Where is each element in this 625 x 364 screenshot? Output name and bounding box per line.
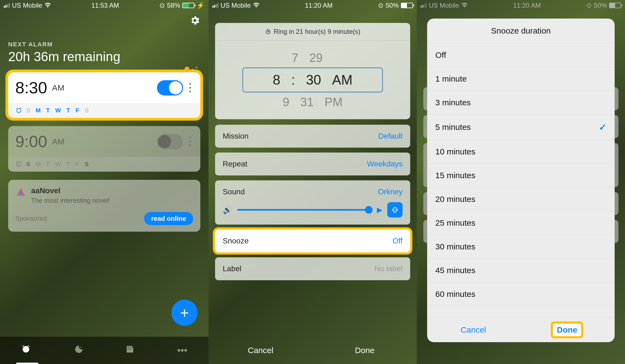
status-time: 11:53 AM xyxy=(91,2,119,9)
svg-rect-2 xyxy=(127,349,132,350)
battery-percent: 58% xyxy=(167,2,180,9)
alarm-toggle-off[interactable] xyxy=(157,134,183,149)
wifi-icon xyxy=(461,2,468,9)
alarm-indicator-icon: ⊙ xyxy=(378,2,383,9)
checkmark-icon: ✓ xyxy=(599,122,606,133)
snooze-duration-modal: Snooze duration Off1 minute3 minutes5 mi… xyxy=(427,19,615,342)
status-time: 11:20 AM xyxy=(305,2,332,9)
sun-icon xyxy=(184,67,189,71)
row-mission[interactable]: MissionDefault xyxy=(215,125,410,148)
wifi-icon xyxy=(44,2,51,9)
svg-rect-1 xyxy=(127,347,132,348)
modal-title: Snooze duration xyxy=(427,19,615,43)
alarm-time: 9:00 xyxy=(15,132,47,151)
status-bar: US Mobile 11:20 AM ⊙ 50% xyxy=(417,0,625,11)
snooze-option[interactable]: 25 minutes xyxy=(427,211,615,235)
snooze-option[interactable]: 45 minutes xyxy=(427,259,615,282)
ad-app-icon xyxy=(15,186,26,197)
carrier-label: US Mobile xyxy=(221,2,251,9)
day-letter: S xyxy=(85,161,90,168)
alarm-card-1[interactable]: 8:30 AM SMTWTFS xyxy=(8,72,200,118)
phone-alarm-edit: US Mobile 11:20 AM ⊙ 50% Ring in 21 hour… xyxy=(209,0,417,364)
snooze-option[interactable]: 30 minutes xyxy=(427,235,615,259)
signal-icon xyxy=(421,3,427,8)
day-letter: W xyxy=(55,107,63,114)
bottom-tab-bar: zz ••• xyxy=(0,337,209,364)
day-letter: T xyxy=(46,161,51,168)
vibrate-button[interactable] xyxy=(387,202,403,217)
alarm-clock-icon xyxy=(15,107,22,114)
ring-in-label: Ring in 21 hour(s) 9 minute(s) xyxy=(215,23,410,41)
wifi-icon xyxy=(253,2,260,9)
tab-sleep-icon[interactable]: zz xyxy=(73,344,83,357)
alarm-days-row: SMTWTFS xyxy=(8,103,200,118)
battery-icon xyxy=(401,3,413,8)
alarm-toggle-on[interactable] xyxy=(157,80,183,96)
next-alarm-label: NEXT ALARM xyxy=(8,41,200,48)
tab-alarm-icon[interactable] xyxy=(21,344,31,357)
more-icon[interactable] xyxy=(187,137,193,146)
more-icon[interactable] xyxy=(187,83,193,93)
tab-more-icon[interactable]: ••• xyxy=(177,345,188,356)
row-sound[interactable]: SoundOrkney 🔊 ▶ xyxy=(215,180,410,225)
carrier-label: US Mobile xyxy=(429,2,459,9)
snooze-option[interactable]: 15 minutes xyxy=(427,164,615,187)
snooze-option[interactable]: 1 minute xyxy=(427,67,615,91)
snooze-option[interactable]: 5 minutes✓ xyxy=(427,115,615,140)
alarm-time: 8:30 xyxy=(15,78,47,97)
battery-percent: 50% xyxy=(386,2,399,9)
time-picker[interactable]: 729 8:30AM 931PM xyxy=(215,41,410,119)
modal-cancel-button[interactable]: Cancel xyxy=(461,325,486,335)
signal-icon xyxy=(212,3,218,8)
alarm-days-row: SMTWTFS xyxy=(8,157,200,172)
ad-title: aaNovel xyxy=(31,186,110,195)
next-alarm-block: NEXT ALARM 20h 36m remaining xyxy=(0,11,209,64)
day-letter: M xyxy=(36,161,42,168)
weather-temp: - ° xyxy=(184,65,198,73)
speaker-icon: 🔊 xyxy=(223,205,232,214)
carrier-label: US Mobile xyxy=(12,2,42,9)
snooze-option[interactable]: Off xyxy=(427,43,615,67)
tab-news-icon[interactable] xyxy=(125,344,135,357)
settings-gear-icon[interactable] xyxy=(189,15,200,28)
svg-text:zz: zz xyxy=(79,346,82,348)
row-label[interactable]: LabelNo label xyxy=(215,257,410,280)
time-picker-panel: Ring in 21 hour(s) 9 minute(s) 729 8:30A… xyxy=(215,23,410,119)
ad-card: aaNovel The most interesting novel! Spon… xyxy=(8,180,200,232)
phone-snooze-picker: US Mobile 11:20 AM ⊙ 50% Miult Reys Soey… xyxy=(417,0,625,364)
next-alarm-remaining: 20h 36m remaining xyxy=(8,49,200,64)
day-letter: F xyxy=(76,161,81,168)
day-letter: F xyxy=(76,107,81,114)
day-letter: S xyxy=(26,107,32,114)
status-bar: US Mobile 11:20 AM ⊙ 50% xyxy=(209,0,417,11)
day-letter: W xyxy=(55,161,63,168)
battery-icon xyxy=(609,3,621,8)
day-letter: T xyxy=(66,161,72,168)
play-icon[interactable]: ▶ xyxy=(377,206,382,214)
snooze-option[interactable]: 20 minutes xyxy=(427,187,615,211)
ad-subtitle: The most interesting novel! xyxy=(31,197,110,204)
signal-icon xyxy=(4,3,10,8)
sponsored-label: Sponsored xyxy=(15,215,47,222)
read-online-button[interactable]: read online xyxy=(144,212,193,225)
done-button[interactable]: Done xyxy=(313,346,417,355)
alarm-ampm: AM xyxy=(52,137,64,146)
volume-slider[interactable] xyxy=(237,209,372,211)
modal-done-button[interactable]: Done xyxy=(553,324,581,336)
cancel-button[interactable]: Cancel xyxy=(209,346,313,355)
svg-rect-4 xyxy=(394,207,396,212)
status-time: 11:20 AM xyxy=(513,2,541,9)
alarm-indicator-icon: ⊙ xyxy=(159,2,165,9)
snooze-option[interactable]: 60 minutes xyxy=(427,282,615,306)
snooze-option[interactable]: 3 minutes xyxy=(427,91,615,115)
phone-alarm-list: US Mobile 11:53 AM ⊙ 58% ⚡ NEXT ALARM 20… xyxy=(0,0,209,364)
row-repeat[interactable]: RepeatWeekdays xyxy=(215,153,410,175)
row-snooze[interactable]: SnoozeOff xyxy=(215,229,410,252)
day-letter: S xyxy=(85,107,90,114)
alarm-card-2[interactable]: 9:00 AM SMTWTFS xyxy=(8,126,200,172)
charging-icon: ⚡ xyxy=(197,2,205,9)
add-alarm-fab[interactable]: + xyxy=(171,300,198,326)
battery-icon xyxy=(182,3,194,8)
day-letter: T xyxy=(66,107,72,114)
snooze-option[interactable]: 10 minutes xyxy=(427,140,615,164)
